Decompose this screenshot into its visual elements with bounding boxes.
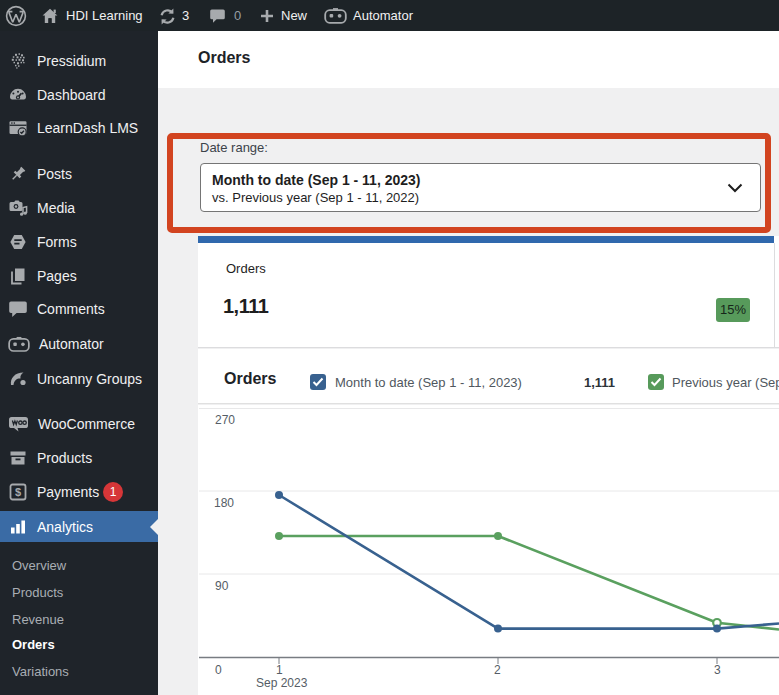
svg-text:$: $ bbox=[15, 486, 21, 498]
